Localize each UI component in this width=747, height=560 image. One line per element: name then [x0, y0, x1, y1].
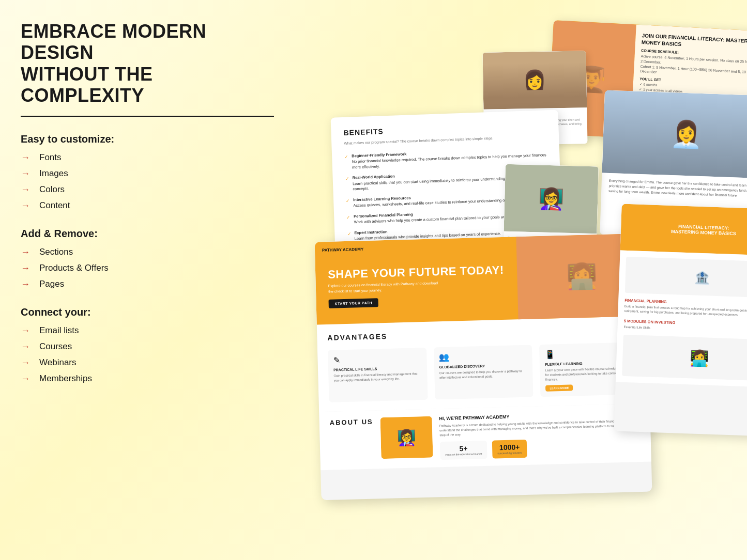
connect-title: Connect your: — [21, 306, 238, 318]
rl-title: FINANCIAL LITERACY: MASTERING MONEY BASI… — [667, 220, 741, 241]
arrow-icon-sections: → — [21, 247, 32, 258]
advantages-title: ADVANTAGES — [327, 325, 637, 342]
arrow-icon-products: → — [21, 263, 32, 274]
advantage-card-1: ✎ PRACTICAL LIFE SKILLS Gain practical s… — [328, 348, 428, 402]
list-item-sections: → Sections — [21, 247, 238, 258]
testimonial-text: Everything changed for Emma. The course … — [608, 178, 747, 198]
rl-bottom-image: 👩‍💻 — [622, 335, 747, 381]
list-item-content: → Content — [21, 200, 238, 211]
benefit-text-4: Personalized Financial Planning Work wit… — [354, 208, 522, 225]
adv-text-2: Our courses are designed to help you dis… — [439, 369, 528, 380]
hero-subtitle: Explore our courses on financial literac… — [328, 281, 442, 294]
hero-cta-button[interactable]: START YOUR PATH — [328, 298, 378, 308]
stat-graduates-number: 1000+ — [497, 443, 522, 452]
advantages-grid: ✎ PRACTICAL LIFE SKILLS Gain practical s… — [328, 342, 639, 402]
right-large-card: FINANCIAL LITERACY: MASTERING MONEY BASI… — [614, 204, 747, 437]
right-panel: 👨‍🎓 JOIN OUR FINANCIAL LITERACY: MASTERI… — [313, 10, 747, 558]
connect-section: Connect your: → Email lists → Courses → … — [21, 306, 238, 384]
about-content: HI, WE'RE PATHWAY ACADEMY Pathway Academ… — [439, 411, 641, 460]
about-section: ABOUT US 👩‍🏫 HI, WE'RE PATHWAY ACADEMY P… — [319, 403, 651, 470]
list-item-courses: → Courses — [21, 341, 238, 352]
rl-icon-area: 🏦 — [625, 257, 747, 298]
hero-title: SHAPE YOUR FUTURE TODAY! — [328, 263, 504, 282]
arrow-icon-images: → — [21, 168, 32, 179]
adv-icon-1: ✎ — [333, 353, 421, 365]
stat-years-number: 5+ — [445, 444, 482, 453]
list-item-webinars: → Webinars — [21, 357, 238, 368]
list-item-images: → Images — [21, 168, 238, 179]
stat-graduates-label: successful graduates — [497, 451, 522, 455]
benefit-check-icon-1: ✓ — [344, 154, 348, 159]
arrow-icon-colors: → — [21, 184, 32, 195]
list-item-email: → Email lists — [21, 325, 238, 336]
about-label: ABOUT US — [330, 418, 373, 427]
stat-box-graduates: 1000+ successful graduates — [492, 440, 527, 458]
hero-text-group: SHAPE YOUR FUTURE TODAY! Explore our cou… — [327, 253, 505, 308]
stat-years-label: years on the educational market — [445, 452, 482, 456]
advantage-card-2: 👥 GLOBALIZED DISCOVERY Our courses are d… — [434, 345, 533, 400]
add-remove-title: Add & Remove: — [21, 228, 238, 240]
arrow-icon-webinars: → — [21, 357, 32, 368]
hero-section: PATHWAY ACADEMY SHAPE YOUR FUTURE TODAY!… — [315, 234, 648, 325]
benefit-check-icon-2: ✓ — [345, 176, 349, 181]
hero-logo: PATHWAY ACADEMY — [322, 247, 364, 253]
add-remove-section: Add & Remove: → Sections → Products & Of… — [21, 228, 238, 290]
arrow-icon-fonts: → — [21, 152, 32, 163]
adv-text-1: Gain practical skills in financial liter… — [333, 371, 422, 383]
list-item-pages: → Pages — [21, 279, 238, 290]
course-schedule-details: Active course: 4 November, 1 Hours per s… — [640, 54, 747, 80]
main-headline: EMBRACE MODERN DESIGN WITHOUT THE COMPLE… — [21, 21, 238, 106]
benefit-check-icon-4: ✓ — [346, 214, 350, 220]
easy-customize-section: Easy to customize: → Fonts → Images → Co… — [21, 133, 238, 211]
arrow-icon-memberships: → — [21, 374, 32, 384]
rl-yellow-header: FINANCIAL LITERACY: MASTERING MONEY BASI… — [620, 204, 747, 256]
adv-icon-2: 👥 — [439, 350, 527, 362]
list-item-products-offers: → Products & Offers — [21, 263, 238, 274]
adv-title-2: GLOBALIZED DISCOVERY — [439, 363, 528, 369]
small-card-photo: 👩 — [482, 51, 587, 109]
stat-box-years: 5+ years on the educational market — [440, 441, 487, 460]
learn-more-button[interactable]: LEARN MORE — [545, 384, 573, 391]
list-item-fonts: → Fonts — [21, 152, 238, 163]
arrow-icon-courses: → — [21, 341, 32, 352]
rl-content: 🏦 FINANCIAL PLANNING Build a financial p… — [616, 250, 747, 387]
rl-section1-text: Build a financial plan that creates a ro… — [624, 304, 747, 319]
left-panel: EMBRACE MODERN DESIGN WITHOUT THE COMPLE… — [21, 21, 238, 401]
adv-title-1: PRACTICAL LIFE SKILLS — [333, 366, 422, 371]
about-image: 👩‍🏫 — [380, 416, 433, 459]
list-item-colors: → Colors — [21, 184, 238, 195]
benefit-check-icon-5: ✓ — [347, 231, 351, 236]
card2-photo: 👩‍🏫 — [504, 164, 599, 234]
arrow-icon-email: → — [21, 325, 32, 336]
main-landing-card: PATHWAY ACADEMY SHAPE YOUR FUTURE TODAY!… — [315, 234, 652, 501]
benefit-check-icon-3: ✓ — [346, 198, 350, 203]
headline-divider — [21, 116, 274, 117]
about-stats: 5+ years on the educational market 1000+… — [440, 437, 641, 460]
list-item-memberships: → Memberships — [21, 374, 238, 384]
course-card-title: JOIN OUR FINANCIAL LITERACY: MASTERING M… — [642, 32, 747, 52]
easy-customize-title: Easy to customize: — [21, 133, 238, 145]
testimonial-text-area: Everything changed for Emma. The course … — [601, 173, 747, 204]
arrow-icon-pages: → — [21, 279, 32, 290]
about-text: Pathway Academy is a team dedicated to h… — [439, 418, 641, 438]
person-photo-area: 👩‍💼 — [602, 90, 747, 179]
advantages-section: ADVANTAGES ✎ PRACTICAL LIFE SKILLS Gain … — [317, 316, 650, 412]
arrow-icon-content: → — [21, 200, 32, 211]
